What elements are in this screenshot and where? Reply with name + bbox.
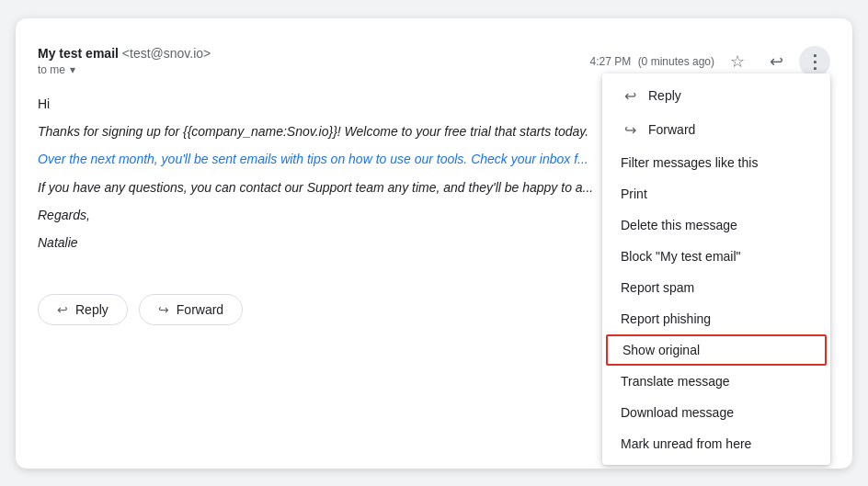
menu-original-label: Show original bbox=[622, 343, 700, 357]
time-relative: (0 minutes ago) bbox=[638, 55, 714, 68]
menu-item-phishing[interactable]: Report phishing bbox=[602, 303, 830, 334]
forward-btn-label: Forward bbox=[177, 302, 223, 317]
menu-delete-label: Delete this message bbox=[621, 218, 737, 232]
menu-download-label: Download message bbox=[621, 405, 734, 420]
menu-block-label: Block "My test email" bbox=[621, 249, 741, 264]
star-button[interactable]: ☆ bbox=[722, 46, 753, 77]
menu-unread-label: Mark unread from here bbox=[621, 436, 751, 451]
reply-btn-label: Reply bbox=[75, 302, 108, 317]
menu-forward-label: Forward bbox=[648, 122, 695, 137]
menu-item-block[interactable]: Block "My test email" bbox=[602, 241, 830, 272]
menu-item-spam[interactable]: Report spam bbox=[602, 272, 830, 303]
email-to-line: to me ▾ bbox=[38, 63, 211, 76]
menu-item-filter[interactable]: Filter messages like this bbox=[602, 147, 830, 178]
star-icon: ☆ bbox=[730, 51, 745, 72]
menu-translate-label: Translate message bbox=[621, 374, 730, 389]
email-from-section: My test email <test@snov.io> to me ▾ bbox=[38, 46, 211, 76]
time-value: 4:27 PM bbox=[590, 55, 632, 68]
sender-name: My test email bbox=[38, 46, 119, 61]
menu-item-download[interactable]: Download message bbox=[602, 397, 830, 428]
reply-header-button[interactable]: ↩ bbox=[760, 46, 792, 77]
menu-item-translate[interactable]: Translate message bbox=[602, 366, 830, 397]
menu-item-print[interactable]: Print bbox=[602, 178, 830, 209]
menu-reply-icon: ↩ bbox=[621, 87, 639, 105]
reply-icon: ↩ bbox=[770, 51, 783, 72]
sender-email: <test@snov.io> bbox=[122, 46, 211, 61]
dropdown-menu: ↩ Reply ↪ Forward Filter messages like t… bbox=[602, 73, 830, 465]
email-window: My test email <test@snov.io> to me ▾ 4:2… bbox=[16, 18, 852, 469]
to-dropdown-icon[interactable]: ▾ bbox=[70, 63, 75, 76]
menu-filter-label: Filter messages like this bbox=[621, 155, 758, 170]
reply-btn-icon: ↩ bbox=[57, 302, 68, 317]
menu-item-reply[interactable]: ↩ Reply bbox=[602, 79, 830, 113]
email-time: 4:27 PM (0 minutes ago) bbox=[590, 55, 714, 68]
menu-item-forward[interactable]: ↪ Forward bbox=[602, 113, 830, 147]
email-sender: My test email <test@snov.io> bbox=[38, 46, 211, 61]
menu-item-delete[interactable]: Delete this message bbox=[602, 209, 830, 241]
menu-print-label: Print bbox=[621, 186, 647, 201]
menu-item-unread[interactable]: Mark unread from here bbox=[602, 428, 830, 459]
menu-item-original[interactable]: Show original bbox=[606, 334, 827, 366]
menu-phishing-label: Report phishing bbox=[621, 311, 711, 326]
more-icon: ⋮ bbox=[805, 51, 824, 73]
forward-btn-icon: ↪ bbox=[158, 302, 169, 317]
reply-button[interactable]: ↩ Reply bbox=[38, 294, 128, 325]
more-options-button[interactable]: ⋮ bbox=[799, 46, 830, 77]
menu-reply-label: Reply bbox=[648, 88, 681, 103]
email-header-right: 4:27 PM (0 minutes ago) ☆ ↩ ⋮ bbox=[590, 46, 830, 77]
menu-spam-label: Report spam bbox=[621, 280, 694, 295]
forward-button[interactable]: ↪ Forward bbox=[139, 294, 243, 325]
to-label: to me bbox=[38, 63, 65, 76]
menu-forward-icon: ↪ bbox=[621, 121, 639, 139]
